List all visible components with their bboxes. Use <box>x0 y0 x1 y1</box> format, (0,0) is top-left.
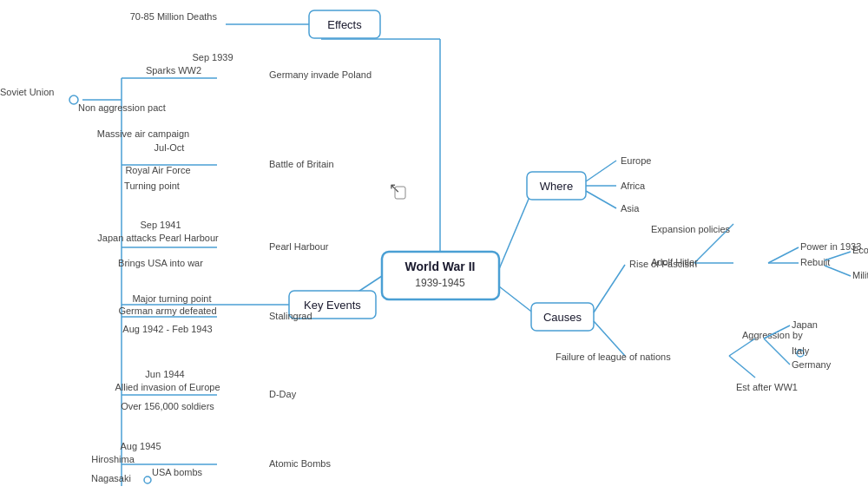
nagasaki-circle <box>144 477 151 483</box>
massive-air: Massive air campaign <box>97 128 189 139</box>
aug-feb: Aug 1942 - Feb 1943 <box>122 324 212 334</box>
germany: Germany <box>792 359 832 370</box>
stalingrad-label: Stalingrad <box>269 311 312 321</box>
adolf-hitler: Adolf Hitler <box>651 257 698 267</box>
failure-league: Failure of league of nations <box>556 352 671 362</box>
main-node-label2: 1939-1945 <box>415 277 465 289</box>
mindmap-canvas: World War II 1939-1945 Effects 70-85 Mil… <box>0 0 868 493</box>
atomic-bombs-label: Atomic Bombs <box>269 458 331 469</box>
italy: Italy <box>792 345 810 356</box>
where-label: Where <box>540 180 573 193</box>
soldiers: Over 156,000 soldiers <box>121 401 214 411</box>
non-aggression: Non aggression pact <box>78 102 166 113</box>
expansion-policies: Expansion policies <box>651 224 731 234</box>
key-events-label: Key Events <box>304 299 361 312</box>
soviet-circle <box>69 95 78 104</box>
est-after-ww1: Est after WW1 <box>736 382 798 392</box>
economy: Economy <box>852 245 868 255</box>
military: Military <box>852 270 868 280</box>
aggression-by: Aggression by <box>742 330 803 340</box>
main-node-label1: World War II <box>405 260 476 273</box>
japan: Japan <box>792 319 818 330</box>
nagasaki: Nagasaki <box>91 473 131 483</box>
effects-label: Effects <box>327 18 362 31</box>
royal-air-force: Royal Air Force <box>125 165 190 175</box>
deaths-label: 70-85 Million Deaths <box>130 11 218 22</box>
japan-attacks: Japan attacks Pearl Harbour <box>97 233 219 243</box>
brings-usa: Brings USA into war <box>118 258 203 268</box>
usa-bombs: USA bombs <box>152 467 203 477</box>
jun1944: Jun 1944 <box>145 369 184 379</box>
battle-britain-label: Battle of Britain <box>269 159 334 169</box>
causes-label: Causes <box>543 311 582 324</box>
location-africa: Africa <box>621 181 646 191</box>
hiroshima: Hiroshima <box>91 454 135 464</box>
turning-point-britain: Turning point <box>124 181 180 191</box>
soviet-union: Soviet Union <box>0 87 54 97</box>
dday-label: D-Day <box>269 389 297 399</box>
location-asia: Asia <box>621 203 640 214</box>
allied-invasion: Allied invasion of Europe <box>115 382 220 392</box>
major-turning: Major turning point <box>132 293 211 304</box>
germany-poland: Germany invade Poland <box>269 69 372 80</box>
sep1939-label: Sep 1939 <box>192 52 233 62</box>
sparks-ww2: Sparks WW2 <box>146 65 201 76</box>
jul-oct: Jul-Oct <box>155 142 185 153</box>
aug1945: Aug 1945 <box>120 441 161 451</box>
sep1941: Sep 1941 <box>140 220 181 230</box>
location-europe: Europe <box>621 155 651 166</box>
pearl-harbour-label: Pearl Harbour <box>269 241 329 252</box>
german-army: German army defeated <box>118 306 216 316</box>
